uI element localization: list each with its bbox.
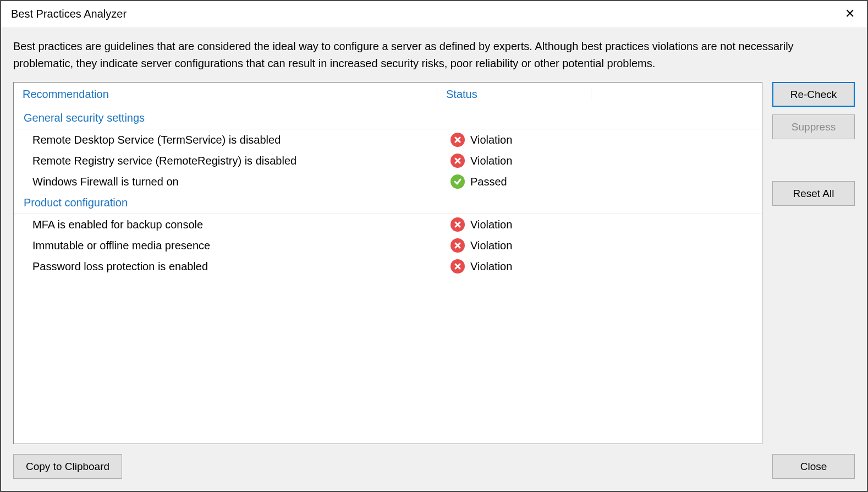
table-row[interactable]: Remote Registry service (RemoteRegistry)… (14, 150, 762, 171)
recommendation-label: Remote Registry service (RemoteRegistry)… (14, 155, 437, 167)
recommendation-label: Password loss protection is enabled (14, 260, 437, 273)
violation-icon (451, 238, 465, 253)
status-text: Violation (470, 239, 512, 252)
recommendation-label: Windows Firewall is turned on (14, 176, 437, 188)
table-row[interactable]: Remote Desktop Service (TermService) is … (14, 129, 762, 150)
violation-icon (451, 133, 465, 147)
table-row[interactable]: Windows Firewall is turned on Passed (14, 171, 762, 192)
recommendation-label: Remote Desktop Service (TermService) is … (14, 134, 437, 146)
passed-icon (451, 174, 465, 189)
main-row: Recommendation Status General security s… (13, 82, 855, 444)
content-area: Best practices are guidelines that are c… (1, 28, 867, 491)
violation-icon (451, 217, 465, 232)
dialog-window: Best Practices Analyzer ✕ Best practices… (0, 0, 868, 492)
column-status[interactable]: Status (437, 88, 591, 101)
table-row[interactable]: Immutable or offline media presence Viol… (14, 235, 762, 256)
recheck-button[interactable]: Re-Check (772, 82, 855, 107)
table-header: Recommendation Status (14, 83, 762, 107)
group-header: Product configuration (14, 192, 762, 214)
status-text: Violation (470, 218, 512, 231)
status-cell: Passed (437, 174, 591, 189)
footer: Copy to Clipboard Close (13, 454, 855, 479)
status-cell: Violation (437, 217, 591, 232)
status-cell: Violation (437, 154, 591, 168)
recommendation-label: MFA is enabled for backup console (14, 218, 437, 231)
status-text: Violation (470, 155, 512, 167)
window-title: Best Practices Analyzer (11, 8, 127, 20)
close-icon[interactable]: ✕ (839, 6, 860, 22)
copy-to-clipboard-button[interactable]: Copy to Clipboard (13, 454, 122, 479)
results-table: Recommendation Status General security s… (13, 82, 762, 444)
side-buttons: Re-Check Suppress Reset All (772, 82, 855, 444)
table-row[interactable]: MFA is enabled for backup console Violat… (14, 214, 762, 235)
status-cell: Violation (437, 259, 591, 274)
close-button[interactable]: Close (772, 454, 855, 479)
titlebar: Best Practices Analyzer ✕ (1, 1, 867, 28)
group-header: General security settings (14, 107, 762, 129)
status-text: Passed (470, 176, 507, 188)
spacer (772, 147, 855, 173)
description-text: Best practices are guidelines that are c… (13, 38, 855, 72)
table-row[interactable]: Password loss protection is enabled Viol… (14, 256, 762, 277)
status-cell: Violation (437, 133, 591, 147)
reset-all-button[interactable]: Reset All (772, 181, 855, 206)
status-text: Violation (470, 260, 512, 273)
status-cell: Violation (437, 238, 591, 253)
violation-icon (451, 154, 465, 168)
recommendation-label: Immutable or offline media presence (14, 239, 437, 252)
column-recommendation[interactable]: Recommendation (14, 88, 437, 101)
suppress-button: Suppress (772, 114, 855, 139)
violation-icon (451, 259, 465, 274)
status-text: Violation (470, 134, 512, 146)
